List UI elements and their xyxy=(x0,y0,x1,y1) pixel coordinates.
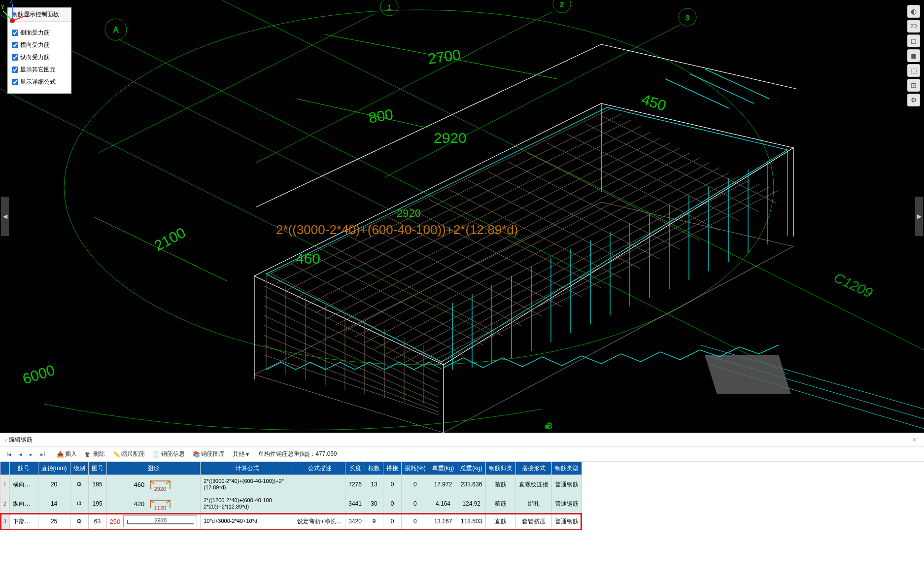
nav-first-icon[interactable]: I◂ xyxy=(4,450,13,459)
col-header[interactable]: 损耗(%) xyxy=(401,462,429,475)
select-icon[interactable]: ⬚ xyxy=(907,64,920,77)
ruler-icon: 📏 xyxy=(113,451,120,458)
opt-detail-formula[interactable]: 显示详细公式 xyxy=(12,76,67,88)
cell-name[interactable]: 下部受力筋.1 xyxy=(9,513,38,530)
cube-wire-icon[interactable]: ◻ xyxy=(907,34,920,47)
settings-icon[interactable]: ⚙ xyxy=(907,94,920,106)
nav-prev-icon[interactable]: ◂ xyxy=(16,450,24,459)
svg-line-65 xyxy=(567,134,739,221)
svg-line-49 xyxy=(433,190,779,367)
svg-line-41 xyxy=(355,158,700,337)
col-header[interactable]: 图形 xyxy=(106,462,201,475)
info-button[interactable]: 🧾钢筋信息 xyxy=(150,449,187,459)
svg-line-35 xyxy=(296,126,641,298)
svg-line-67 xyxy=(602,116,776,203)
cell-name[interactable]: 横向受力筋.1 xyxy=(9,475,38,494)
table-row[interactable]: 3下部受力筋.125Φ63250292010*d+3000-2*40+10*d设… xyxy=(0,513,582,530)
svg-line-77 xyxy=(264,286,439,374)
info-icon: 🧾 xyxy=(153,451,160,458)
svg-line-64 xyxy=(547,143,719,231)
col-header[interactable]: 公式描述 xyxy=(294,462,345,475)
svg-line-47 xyxy=(414,184,759,365)
editor-toolbar: I◂ ◂ ▸ ▸I 📥插入 🗑删除 📏缩尺配筋 🧾钢筋信息 📚钢筋图库 其他 ▾… xyxy=(0,447,924,462)
col-header[interactable]: 长度 xyxy=(345,462,365,475)
svg-text:1: 1 xyxy=(387,3,391,11)
col-header[interactable]: 单重(kg) xyxy=(429,462,457,475)
close-icon[interactable]: × xyxy=(910,437,919,444)
svg-line-61 xyxy=(488,171,660,259)
svg-line-50 xyxy=(271,273,444,364)
svg-line-83 xyxy=(264,345,439,412)
table-row[interactable]: 2纵向受力筋.114Φ19542011202*((1200-2*40)+(600… xyxy=(0,494,582,513)
svg-text:6000: 6000 xyxy=(21,362,57,387)
right-chevron[interactable]: ▶ xyxy=(915,197,923,236)
panel-title: 编辑钢筋 xyxy=(9,436,33,444)
col-header[interactable]: 钢筋归类 xyxy=(485,462,515,475)
col-header[interactable]: 筋号 xyxy=(9,462,38,475)
svg-text:2700: 2700 xyxy=(427,46,462,67)
axis-gizmo[interactable]: X Y Z xyxy=(0,0,30,30)
lib-button[interactable]: 📚钢筋图库 xyxy=(190,449,227,459)
svg-marker-21 xyxy=(705,355,791,394)
opt-v-bar[interactable]: 纵向受力筋 xyxy=(12,51,67,64)
col-header[interactable]: 钢筋类型 xyxy=(551,462,582,475)
col-header[interactable]: 直径(mm) xyxy=(38,462,70,475)
svg-line-45 xyxy=(394,176,739,359)
svg-line-31 xyxy=(256,44,601,207)
svg-text:2920: 2920 xyxy=(155,517,167,523)
rebar-table[interactable]: 筋号直径(mm)级别图号图形计算公式公式描述长度根数搭接损耗(%)单重(kg)总… xyxy=(0,462,582,530)
insert-button[interactable]: 📥插入 xyxy=(54,449,79,459)
svg-line-14 xyxy=(256,12,552,163)
svg-text:C1209: C1209 xyxy=(831,270,875,301)
cad-drawing: A 1 2 3 B C1 xyxy=(0,0,924,433)
opt-h-bar[interactable]: 横向受力筋 xyxy=(12,39,67,51)
col-header[interactable]: 总重(kg) xyxy=(457,462,486,475)
cube-fill-icon[interactable]: ◼ xyxy=(907,49,920,62)
svg-text:450: 450 xyxy=(640,91,668,114)
col-header[interactable]: 图号 xyxy=(88,462,106,475)
svg-line-63 xyxy=(527,153,700,240)
left-chevron[interactable]: ◀ xyxy=(1,197,9,236)
svg-line-113 xyxy=(296,99,429,128)
cell-name[interactable]: 纵向受力筋.1 xyxy=(9,494,38,513)
total-weight: 单构件钢筋总重(kg)：477.059 xyxy=(258,450,337,458)
col-header[interactable]: 搭接 xyxy=(383,462,401,475)
viewport-3d[interactable]: A 1 2 3 B C1 xyxy=(0,0,924,433)
rebar-editor-panel: ‹ 编辑钢筋 × I◂ ◂ ▸ ▸I 📥插入 🗑删除 📏缩尺配筋 🧾钢筋信息 📚… xyxy=(0,433,924,581)
globe-icon[interactable]: ◐ xyxy=(907,5,920,18)
table-row[interactable]: 1横向受力筋.120Φ19546029202*((3000-2*40)+(600… xyxy=(0,475,582,494)
svg-text:2: 2 xyxy=(560,0,564,8)
svg-line-112 xyxy=(325,34,557,79)
col-header[interactable]: 级别 xyxy=(70,462,88,475)
svg-text:800: 800 xyxy=(367,106,394,126)
svg-line-81 xyxy=(264,325,439,403)
svg-line-43 xyxy=(375,168,719,349)
formula-overlay: 2*((3000-2*40)+(600-40-100))+2*(12.89*d) xyxy=(276,222,518,237)
opt-other-elem[interactable]: 显示其它图元 xyxy=(12,64,67,76)
col-header[interactable]: 搭接形式 xyxy=(515,462,551,475)
svg-point-121 xyxy=(10,18,15,23)
svg-text:2920: 2920 xyxy=(154,486,166,492)
chevron-left-icon[interactable]: ‹ xyxy=(5,437,7,444)
col-header[interactable]: 计算公式 xyxy=(201,462,294,475)
lib-icon: 📚 xyxy=(193,451,200,458)
scale-button[interactable]: 📏缩尺配筋 xyxy=(110,449,147,459)
svg-text:2100: 2100 xyxy=(151,224,188,254)
svg-line-53 xyxy=(330,245,503,336)
svg-point-17 xyxy=(545,425,549,429)
svg-text:X: X xyxy=(27,11,30,17)
focus-icon[interactable]: ⊡ xyxy=(907,79,920,92)
svg-line-82 xyxy=(264,335,439,408)
delete-button[interactable]: 🗑删除 xyxy=(82,449,107,459)
view-2d-button[interactable]: 2D xyxy=(907,20,920,33)
svg-text:1120: 1120 xyxy=(154,505,166,511)
nav-last-icon[interactable]: ▸I xyxy=(38,450,47,459)
svg-line-114 xyxy=(94,217,227,281)
svg-line-13 xyxy=(99,14,375,153)
other-button[interactable]: 其他 ▾ xyxy=(230,449,251,459)
col-header[interactable]: 根数 xyxy=(365,462,383,475)
nav-next-icon[interactable]: ▸ xyxy=(27,450,35,459)
svg-line-62 xyxy=(508,162,680,249)
svg-line-55 xyxy=(370,227,542,316)
svg-text:460: 460 xyxy=(296,250,320,267)
